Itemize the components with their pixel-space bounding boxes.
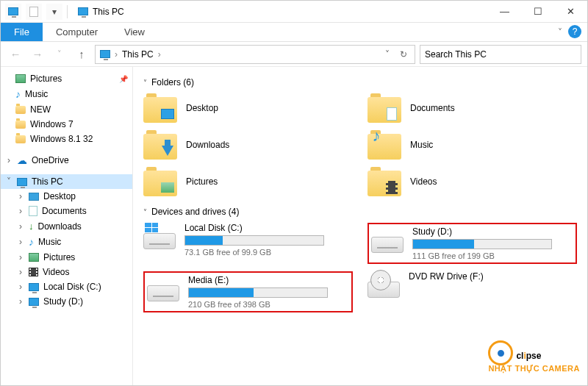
tree-label: Pictures — [30, 74, 62, 84]
address-dropdown[interactable]: ˅ — [382, 49, 392, 60]
tree-item[interactable]: ›Pictures — [1, 250, 132, 265]
search-placeholder: Search This PC — [425, 49, 487, 60]
tree-item[interactable]: ›Local Disk (C:) — [1, 279, 132, 294]
qat-dropdown[interactable]: ▾ — [46, 4, 62, 20]
separator — [67, 5, 68, 18]
forward-button[interactable]: → — [29, 48, 46, 60]
disk-drive-icon — [147, 275, 179, 301]
help-button[interactable]: ? — [568, 25, 581, 38]
folder-item[interactable]: Videos — [368, 167, 577, 196]
monitor-icon — [100, 50, 110, 58]
back-button[interactable]: ← — [7, 48, 24, 60]
folder-item[interactable]: Desktop — [143, 93, 353, 123]
tree-label: Downloads — [38, 221, 82, 232]
drive-item[interactable]: Study (D:)111 GB free of 199 GB — [368, 223, 577, 264]
tree-label: Study (D:) — [43, 296, 83, 307]
up-button[interactable]: ↑ — [73, 48, 90, 60]
drive-item[interactable]: Local Disk (C:)73.1 GB free of 99.9 GB — [143, 223, 353, 264]
caret-icon: ˅ — [143, 79, 147, 87]
tree-item[interactable]: ›↓Downloads — [1, 218, 132, 234]
folders-title: Folders (6) — [151, 77, 194, 87]
tree-item[interactable]: Windows 8.1 32 — [1, 132, 132, 146]
doc-icon — [29, 206, 37, 216]
tree-item[interactable]: Windows 7 — [1, 117, 132, 132]
desktop-icon — [29, 193, 39, 201]
pic-icon — [29, 253, 39, 262]
tree-label: Windows 7 — [30, 119, 74, 129]
folder-icon — [15, 121, 26, 129]
expand-icon[interactable]: › — [17, 252, 24, 262]
pin-icon: 📌 — [119, 75, 128, 83]
drive-item[interactable]: Media (E:)210 GB free of 398 GB — [143, 271, 353, 312]
expand-icon[interactable]: ˅ — [5, 176, 12, 187]
breadcrumb-sep[interactable]: › — [158, 49, 161, 60]
nav-tree[interactable]: Pictures📌♪MusicNEWWindows 7Windows 8.1 3… — [1, 67, 133, 386]
quick-access-toolbar: ▾ — [1, 4, 72, 20]
expand-icon[interactable]: › — [17, 206, 24, 216]
ribbon-collapse[interactable]: ˅ — [558, 27, 562, 37]
tree-item[interactable]: ›♪Music — [1, 234, 132, 250]
tree-item[interactable]: NEW — [1, 102, 132, 117]
tree-item[interactable]: ›Desktop — [1, 189, 132, 204]
search-input[interactable]: Search This PC — [420, 45, 581, 64]
tree-item[interactable]: ›Documents — [1, 204, 132, 218]
monitor-icon — [78, 7, 88, 15]
qat-icon-2[interactable] — [26, 4, 42, 20]
expand-icon[interactable]: › — [17, 267, 24, 277]
expand-icon[interactable]: › — [5, 155, 12, 165]
drives-header[interactable]: ˅ Devices and drives (4) — [143, 207, 577, 217]
folder-item[interactable]: Pictures — [143, 167, 353, 196]
tree-label: Local Disk (C:) — [43, 282, 101, 292]
expand-icon[interactable]: › — [17, 296, 24, 307]
tree-label: Videos — [43, 267, 69, 277]
music-icon: ♪ — [29, 236, 34, 248]
drive-info: Local Disk (C:)73.1 GB free of 99.9 GB — [184, 223, 353, 257]
doc-icon — [384, 107, 399, 121]
folders-header[interactable]: ˅ Folders (6) — [143, 77, 577, 87]
close-button[interactable]: ✕ — [554, 1, 587, 23]
breadcrumb-item[interactable]: This PC — [122, 49, 154, 60]
tree-item[interactable]: Pictures📌 — [1, 71, 132, 86]
folders-grid: DesktopDocumentsDownloads♪MusicPicturesV… — [143, 93, 577, 196]
tree-item[interactable]: ˅This PC — [1, 174, 132, 189]
drive-icon — [29, 283, 39, 291]
monitor-icon — [8, 7, 18, 15]
expand-icon[interactable]: › — [17, 191, 24, 201]
folder-item[interactable]: Downloads — [143, 130, 353, 160]
tree-item[interactable]: ›Study (D:) — [1, 294, 132, 309]
tab-view[interactable]: View — [111, 23, 158, 41]
breadcrumb-sep: › — [115, 49, 118, 60]
ribbon: File Computer View ˅ ? — [1, 23, 587, 42]
refresh-button[interactable]: ↻ — [397, 49, 410, 60]
usage-bar — [412, 239, 552, 249]
tree-item[interactable]: ›Videos — [1, 265, 132, 279]
tab-file[interactable]: File — [1, 23, 43, 41]
expand-icon[interactable]: › — [17, 237, 24, 247]
expand-icon[interactable]: › — [17, 221, 24, 232]
tab-computer[interactable]: Computer — [43, 23, 111, 41]
maximize-button[interactable]: ☐ — [521, 1, 554, 23]
folder-item[interactable]: ♪Music — [368, 130, 577, 160]
content-pane[interactable]: ˅ Folders (6) DesktopDocumentsDownloads♪… — [133, 67, 587, 386]
title-text: This PC — [93, 7, 124, 17]
tree-item[interactable]: ♪Music — [1, 86, 132, 102]
drive-item[interactable]: DVD RW Drive (F:) — [368, 271, 577, 312]
qat-icon-1[interactable] — [5, 4, 21, 20]
folder-label: Desktop — [186, 103, 218, 113]
music-icon: ♪ — [369, 129, 384, 143]
video-icon — [384, 180, 399, 195]
drive-free-text: 73.1 GB free of 99.9 GB — [184, 248, 353, 257]
minimize-button[interactable]: — — [488, 1, 521, 23]
recent-locations[interactable]: ˅ — [51, 49, 68, 59]
address-bar[interactable]: › This PC › ˅ ↻ — [95, 45, 415, 64]
video-icon — [29, 268, 38, 276]
usage-bar — [188, 287, 328, 298]
caret-icon: ˅ — [143, 208, 147, 216]
drive-info: DVD RW Drive (F:) — [409, 271, 577, 282]
tree-item[interactable]: ›☁OneDrive — [1, 152, 132, 168]
expand-icon[interactable]: › — [17, 282, 24, 292]
monitor-icon — [17, 178, 27, 186]
drive-name: Study (D:) — [412, 226, 573, 237]
disk-drive-icon — [143, 223, 176, 249]
folder-item[interactable]: Documents — [368, 93, 577, 123]
